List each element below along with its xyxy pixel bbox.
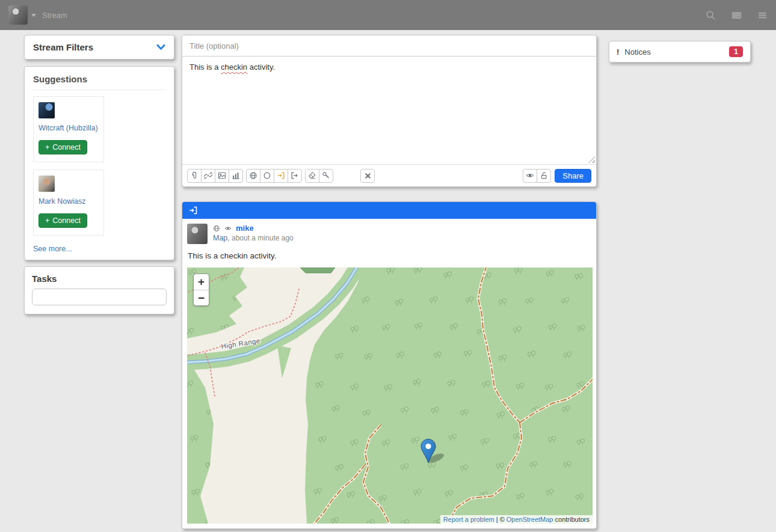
plus-icon: + (45, 216, 49, 225)
suggestion-item: Mark Nowiasz +Connect (33, 170, 104, 236)
tasks-title: Tasks (32, 274, 167, 284)
sign-out-icon (291, 171, 299, 180)
map-canvas[interactable]: High Range (187, 268, 593, 524)
suggestions-title: Suggestions (33, 74, 165, 90)
cancel-button[interactable] (360, 169, 375, 183)
clear-location-button[interactable] (260, 169, 274, 183)
unlock-icon (540, 171, 548, 180)
plus-icon: + (45, 143, 49, 151)
report-problem-link[interactable]: Report a problem (443, 516, 494, 523)
caret-down-icon[interactable] (31, 14, 36, 17)
post-composer: This is a checkin activity. (182, 35, 597, 187)
sign-in-icon (277, 171, 285, 180)
suggestions-panel: Suggestions Witcraft (Hubzilla) +Connect… (24, 66, 174, 260)
attach-file-button[interactable] (187, 169, 202, 183)
post-body-text: This is a checkin activity. (188, 251, 591, 260)
insert-link-button[interactable] (201, 169, 215, 183)
stream-filters-title: Stream Filters (33, 42, 93, 52)
exclamation-icon: ! (617, 47, 619, 57)
photo-icon (218, 171, 226, 180)
visibility-button[interactable] (523, 169, 537, 183)
notices-count-badge: 1 (729, 46, 743, 57)
visibility-eye-icon (224, 225, 232, 232)
post-title-input[interactable] (182, 35, 596, 57)
close-icon (364, 172, 372, 180)
chevron-down-icon[interactable] (156, 43, 165, 51)
permissions-button[interactable] (537, 169, 551, 183)
notices-panel[interactable]: ! Notices 1 (609, 41, 751, 63)
connect-button[interactable]: +Connect (38, 213, 87, 228)
search-icon[interactable] (706, 10, 716, 20)
checkin-button[interactable] (274, 169, 288, 183)
checkin-activity-icon (188, 206, 198, 215)
eraser-icon (308, 171, 316, 180)
see-more-link[interactable]: See more... (33, 245, 72, 253)
author-avatar[interactable] (187, 224, 208, 244)
new-task-input[interactable] (32, 289, 167, 305)
right-sidebar: ! Notices 1 (609, 41, 751, 63)
share-button[interactable]: Share (555, 169, 591, 183)
grid-view-icon[interactable] (731, 10, 742, 20)
clear-text-button[interactable] (305, 169, 319, 183)
main-column: This is a checkin activity. (182, 35, 597, 529)
channel-avatar[interactable] (8, 5, 28, 25)
eye-icon (526, 171, 534, 180)
circle-icon (263, 171, 271, 180)
suggestion-name-link[interactable]: Mark Nowiasz (38, 197, 86, 206)
checkout-button[interactable] (288, 169, 302, 183)
suggestion-name-link[interactable]: Witcraft (Hubzilla) (38, 124, 98, 132)
zoom-out-button[interactable]: − (194, 290, 209, 305)
connect-button[interactable]: +Connect (38, 140, 87, 154)
browser-location-button[interactable] (246, 169, 260, 183)
suggestion-avatar[interactable] (38, 176, 55, 192)
app-title: Stream (42, 11, 67, 20)
suggestion-item: Witcraft (Hubzilla) +Connect (33, 96, 104, 162)
link-icon (204, 171, 212, 180)
left-sidebar: Stream Filters Suggestions Witcraft (Hub… (24, 35, 174, 314)
composer-toolbar: Share (182, 164, 596, 186)
paperclip-icon (190, 171, 199, 180)
post-card: mike Map, about a minute ago This is a c… (182, 201, 597, 529)
hamburger-menu-icon[interactable] (757, 10, 768, 20)
top-navbar: Stream (0, 0, 776, 30)
tasks-panel: Tasks (24, 266, 174, 314)
insert-photo-button[interactable] (215, 169, 229, 183)
misspelled-word: checkin (221, 63, 247, 72)
suggestion-avatar[interactable] (38, 102, 55, 118)
public-globe-icon (213, 225, 220, 232)
app-source-link[interactable]: Map (213, 234, 227, 242)
post-timestamp: , about a minute ago (227, 234, 293, 242)
zoom-in-button[interactable]: + (194, 274, 209, 290)
map-zoom-control: + − (193, 274, 209, 306)
notices-label: Notices (624, 47, 650, 57)
encrypt-button[interactable] (319, 169, 333, 183)
post-body-textarea[interactable]: This is a checkin activity. (182, 57, 596, 164)
author-row: mike Map, about a minute ago (187, 224, 591, 244)
bar-chart-icon (232, 171, 240, 180)
location-map[interactable]: High Range + − Report a problem | © Open… (187, 268, 593, 524)
openstreetmap-link[interactable]: OpenStreetMap (507, 516, 553, 523)
post-header-bar (182, 202, 596, 219)
stream-filters-panel[interactable]: Stream Filters (24, 35, 174, 60)
author-name-link[interactable]: mike (236, 224, 254, 233)
globe-icon (249, 171, 257, 180)
insert-poll-button[interactable] (229, 169, 243, 183)
key-icon (322, 171, 330, 180)
map-attribution: Report a problem | © OpenStreetMap contr… (440, 515, 593, 524)
resize-handle[interactable] (588, 156, 595, 163)
